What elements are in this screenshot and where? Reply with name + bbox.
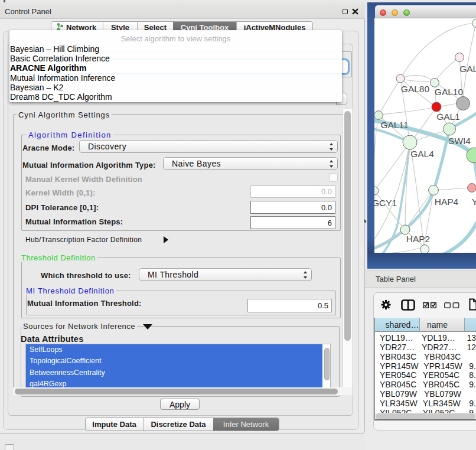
- svg-text:GAL11: GAL11: [380, 120, 408, 130]
- svg-text:HAP2: HAP2: [406, 234, 431, 244]
- svg-text:HAP4: HAP4: [435, 197, 459, 207]
- svg-text:Y: Y: [472, 197, 476, 207]
- svg-text:GAL10: GAL10: [435, 87, 464, 97]
- svg-text:GAL1: GAL1: [436, 112, 460, 122]
- svg-text:GAL2: GAL2: [459, 64, 476, 74]
- svg-text:GAL4: GAL4: [410, 149, 434, 159]
- svg-text:SWI4: SWI4: [448, 136, 471, 146]
- svg-text:GCY1: GCY1: [374, 198, 397, 208]
- svg-text:GAL80: GAL80: [401, 84, 430, 94]
